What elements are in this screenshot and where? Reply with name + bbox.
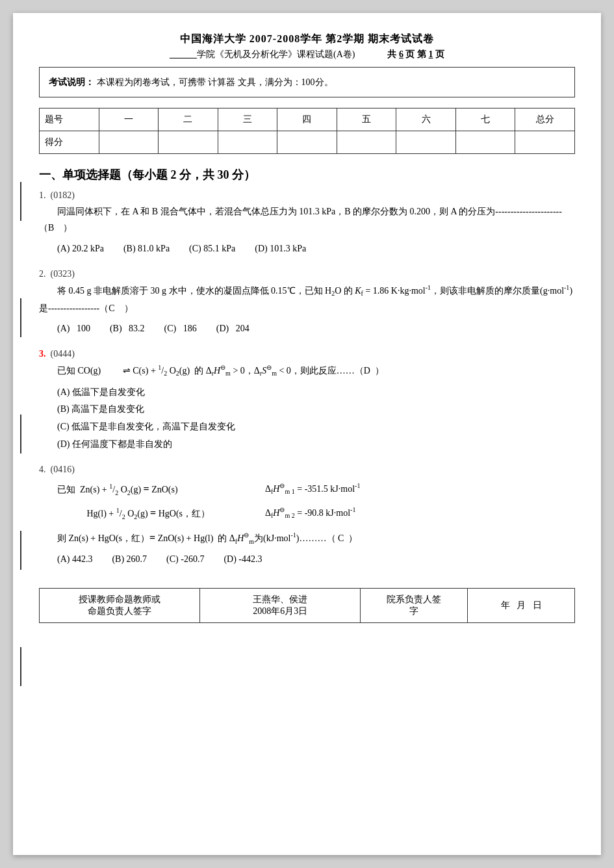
q4-opt-d: (D) -442.3 [224,551,262,568]
notice-title: 考试说明： [49,77,94,87]
score-header-row: 题号 一 二 三 四 五 六 七 总分 [40,108,575,131]
exam-page: 中国海洋大学 2007-2008学年 第2学期 期末考试试卷 ______学院《… [13,13,601,855]
q4-formula1-left: 已知 Zn(s) + 1/2 O2(g) = ZnO(s) [57,478,265,500]
col-2: 二 [159,108,218,131]
notice-content: 本课程为闭卷考试，可携带 计算器 文具，满分为：100分。 [97,77,333,87]
q2-opt-c: (C) 186 [164,320,197,338]
page-info: 共 6 页 第 1 页 [387,49,444,60]
q4-question-text: 则 Zn(s) + HgO(s，红）= ZnO(s) + Hg(l) 的 ΔfH… [39,529,575,548]
question-1: 1. (0182) 同温同体积下，在 A 和 B 混合气体中，若混合气体总压力为… [39,190,575,257]
q3-opt-a: (A) 低温下是自发变化 [57,384,575,402]
notice-box: 考试说明： 本课程为闭卷考试，可携带 计算器 文具，满分为：100分。 [39,67,575,97]
q4-opt-a: (A) 442.3 [57,551,92,568]
footer-col2: 王燕华、侯进 2008年6月3日 [200,588,361,622]
q1-opt-d: (D) 101.3 kPa [255,240,306,258]
q3-content: 已知 CO(g) ⇌ C(s) + 1/2 O2(g) 的 ΔrH⊖m > 0，… [39,362,575,379]
col-label-tihao: 题号 [40,108,99,131]
col-4: 四 [277,108,337,131]
q1-options: (A) 20.2 kPa (B) 81.0 kPa (C) 85.1 kPa (… [57,240,575,258]
q4-number: 4. (0416) [39,465,575,475]
q2-opt-b: (B) 83.2 [110,320,145,338]
q2-opt-d: (D) 204 [216,320,249,338]
q4-code: (0416) [51,465,75,474]
q1-code: (0182) [51,190,75,200]
q4-formula1-right: ΔfH⊖m 1 = -351.5 kJ·mol-1 [265,479,575,499]
q1-content: 同温同体积下，在 A 和 B 混合气体中，若混合气体总压力为 101.3 kPa… [39,203,575,236]
col-1: 一 [99,108,159,131]
q3-options: (A) 低温下是自发变化 (B) 高温下是自发变化 (C) 低温下是非自发变化，… [57,384,575,453]
score-total [515,131,575,154]
q4-formula2-right: ΔfH⊖m 2 = -90.8 kJ·mol-1 [265,503,575,523]
q2-opt-a: (A) 100 [57,320,90,338]
q3-opt-c: (C) 低温下是非自发变化，高温下是自发变化 [57,418,575,436]
q1-opt-b: (B) 81.0 kPa [123,240,170,258]
footer-row: 授课教师命题教师或命题负责人签字 王燕华、侯进 2008年6月3日 院系负责人签… [40,588,575,622]
score-value-row: 得分 [40,131,575,154]
q4-row2: Hg(l) + 1/2 O2(g) = HgO(s，红） ΔfH⊖m 2 = -… [57,502,575,524]
q4-opt-c: (C) -260.7 [166,551,204,568]
q3-opt-d: (D) 任何温度下都是非自发的 [57,436,575,453]
q4-row1: 已知 Zn(s) + 1/2 O2(g) = ZnO(s) ΔfH⊖m 1 = … [57,478,575,500]
col-total: 总分 [515,108,575,131]
q2-number: 2. (0323) [39,269,575,279]
question-2: 2. (0323) 将 0.45 g 非电解质溶于 30 g 水中，使水的凝固点… [39,269,575,337]
section1-title: 一、单项选择题（每小题 2 分，共 30 分） [39,167,575,183]
question-3: 3. (0444) 已知 CO(g) ⇌ C(s) + 1/2 O2(g) 的 … [39,349,575,453]
footer-date: 2008年6月3日 [253,606,307,616]
score-3 [218,131,277,154]
q1-opt-a: (A) 20.2 kPa [57,240,104,258]
q1-number: 1. (0182) [39,190,575,201]
q4-options: (A) 442.3 (B) 260.7 (C) -260.7 (D) -442.… [57,551,575,568]
row-label-defen: 得分 [40,131,99,154]
college-blank: ______ [170,49,197,59]
main-title: 中国海洋大学 2007-2008学年 第2学期 期末考试试卷 [39,32,575,46]
footer-col4: 年 月 日 [468,588,575,622]
q3-code: (0444) [51,349,75,359]
footer-col1: 授课教师命题教师或命题负责人签字 [40,588,200,622]
footer-names: 王燕华、侯进 [253,594,307,604]
q1-opt-c: (C) 85.1 kPa [189,240,235,258]
col-5: 五 [337,108,396,131]
q4-opt-b: (B) 260.7 [112,551,147,568]
score-7 [455,131,515,154]
footer-col3: 院系负责人签字 [361,588,468,622]
left-decoration [19,143,21,725]
score-2 [159,131,218,154]
q3-opt-b: (B) 高温下是自发变化 [57,401,575,418]
score-4 [277,131,337,154]
sub-left: ______学院《无机及分析化学》课程试题(A卷) [170,49,355,60]
col-3: 三 [218,108,277,131]
score-5 [337,131,396,154]
score-1 [99,131,159,154]
col-7: 七 [455,108,515,131]
col-6: 六 [396,108,456,131]
q4-formulas: 已知 Zn(s) + 1/2 O2(g) = ZnO(s) ΔfH⊖m 1 = … [57,478,575,524]
footer-table: 授课教师命题教师或命题负责人签字 王燕华、侯进 2008年6月3日 院系负责人签… [39,588,575,623]
q3-number: 3. (0444) [39,349,575,359]
q2-options: (A) 100 (B) 83.2 (C) 186 (D) 204 [57,320,575,338]
q2-content: 将 0.45 g 非电解质溶于 30 g 水中，使水的凝固点降低 0.15℃，已… [39,282,575,316]
score-table: 题号 一 二 三 四 五 六 七 总分 得分 [39,108,575,154]
question-4: 4. (0416) 已知 Zn(s) + 1/2 O2(g) = ZnO(s) … [39,465,575,568]
score-6 [396,131,456,154]
q4-formula2-left: Hg(l) + 1/2 O2(g) = HgO(s，红） [57,502,265,524]
q2-code: (0323) [51,269,75,279]
sub-header: ______学院《无机及分析化学》课程试题(A卷) 共 6 页 第 1 页 [39,49,575,60]
